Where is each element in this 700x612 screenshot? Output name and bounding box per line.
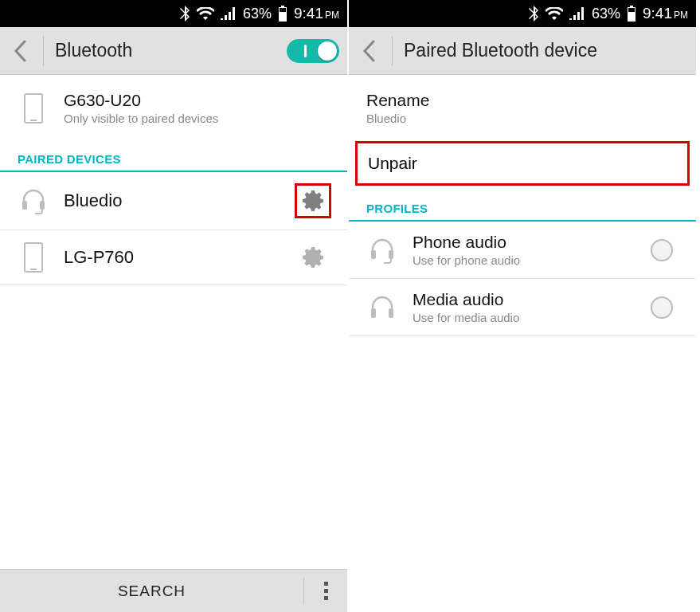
headphones-icon bbox=[366, 294, 398, 321]
profile-row[interactable]: Phone audio Use for phone audio bbox=[349, 222, 696, 279]
svg-rect-3 bbox=[30, 120, 37, 121]
device-settings-button[interactable] bbox=[295, 183, 331, 218]
this-device-row[interactable]: G630-U20 Only visible to paired devices bbox=[0, 75, 347, 141]
paired-device-name: Bluedio bbox=[64, 190, 280, 211]
svg-rect-13 bbox=[389, 308, 393, 318]
svg-rect-5 bbox=[40, 201, 45, 210]
svg-rect-11 bbox=[389, 250, 393, 259]
svg-rect-8 bbox=[628, 13, 635, 21]
screen-paired-device-detail: 63% 9:41PM Paired Bluetooth device Renam… bbox=[349, 0, 698, 612]
svg-rect-0 bbox=[280, 13, 286, 21]
content: G630-U20 Only visible to paired devices … bbox=[0, 75, 347, 569]
paired-device-row[interactable]: Bluedio bbox=[0, 172, 347, 230]
signal-icon bbox=[569, 7, 585, 20]
profiles-header: PROFILES bbox=[349, 190, 696, 222]
headset-icon bbox=[366, 237, 398, 264]
svg-rect-7 bbox=[30, 269, 37, 270]
rename-label: Rename bbox=[366, 91, 680, 110]
svg-rect-1 bbox=[280, 8, 286, 12]
profile-sub: Use for phone audio bbox=[413, 253, 629, 267]
svg-rect-9 bbox=[628, 8, 635, 12]
battery-pct: 63% bbox=[592, 6, 620, 22]
search-button[interactable]: SEARCH bbox=[0, 583, 303, 600]
battery-icon bbox=[278, 6, 287, 22]
rename-value: Bluedio bbox=[366, 112, 680, 125]
unpair-label: Unpair bbox=[368, 154, 417, 172]
wifi-icon bbox=[546, 7, 563, 20]
svg-rect-10 bbox=[371, 250, 376, 259]
bluetooth-icon bbox=[528, 6, 539, 22]
profile-checkbox[interactable] bbox=[643, 296, 680, 319]
signal-icon bbox=[221, 7, 237, 20]
gear-icon bbox=[299, 244, 327, 271]
bottom-bar: SEARCH bbox=[0, 569, 347, 612]
wifi-icon bbox=[197, 7, 214, 20]
status-bar: 63% 9:41PM bbox=[0, 0, 347, 27]
device-settings-button[interactable] bbox=[295, 244, 331, 271]
battery-pct: 63% bbox=[243, 6, 272, 22]
back-button[interactable] bbox=[357, 35, 381, 67]
screen-bluetooth-list: 63% 9:41PM Bluetooth G630-U20 Only visib… bbox=[0, 0, 349, 612]
content: Rename Bluedio Unpair PROFILES Phone aud… bbox=[349, 75, 696, 612]
battery-icon bbox=[627, 6, 636, 22]
device-visibility: Only visible to paired devices bbox=[64, 112, 331, 125]
paired-device-name: LG-P760 bbox=[64, 247, 280, 268]
rename-row[interactable]: Rename Bluedio bbox=[349, 75, 696, 136]
back-button[interactable] bbox=[8, 35, 32, 67]
status-bar: 63% 9:41PM bbox=[349, 0, 696, 27]
device-name: G630-U20 bbox=[64, 91, 331, 110]
profile-checkbox[interactable] bbox=[643, 239, 680, 261]
phone-icon bbox=[18, 92, 49, 124]
paired-device-row[interactable]: LG-P760 bbox=[0, 230, 347, 285]
unpair-button[interactable]: Unpair bbox=[357, 143, 688, 184]
svg-rect-4 bbox=[22, 201, 27, 210]
profile-name: Media audio bbox=[413, 290, 629, 309]
app-bar: Bluetooth bbox=[0, 27, 347, 75]
headset-icon bbox=[18, 187, 49, 214]
radio-unchecked-icon bbox=[651, 239, 673, 261]
status-time: 9:41PM bbox=[643, 5, 688, 22]
overflow-button[interactable] bbox=[304, 582, 347, 600]
divider bbox=[43, 36, 44, 66]
gear-icon bbox=[299, 187, 327, 214]
profile-row[interactable]: Media audio Use for media audio bbox=[349, 279, 696, 336]
phone-icon bbox=[18, 241, 49, 273]
page-title: Bluetooth bbox=[55, 40, 276, 61]
status-time: 9:41PM bbox=[294, 5, 339, 22]
svg-rect-12 bbox=[371, 308, 376, 318]
profile-name: Phone audio bbox=[413, 233, 629, 252]
divider bbox=[392, 36, 393, 66]
app-bar: Paired Bluetooth device bbox=[349, 27, 696, 75]
bluetooth-icon bbox=[179, 6, 190, 22]
page-title: Paired Bluetooth device bbox=[404, 40, 688, 61]
svg-rect-6 bbox=[25, 243, 42, 272]
profile-sub: Use for media audio bbox=[413, 311, 629, 324]
svg-rect-2 bbox=[25, 94, 42, 123]
bluetooth-toggle[interactable] bbox=[287, 39, 339, 63]
paired-devices-header: PAIRED DEVICES bbox=[0, 141, 347, 172]
radio-unchecked-icon bbox=[651, 296, 673, 319]
